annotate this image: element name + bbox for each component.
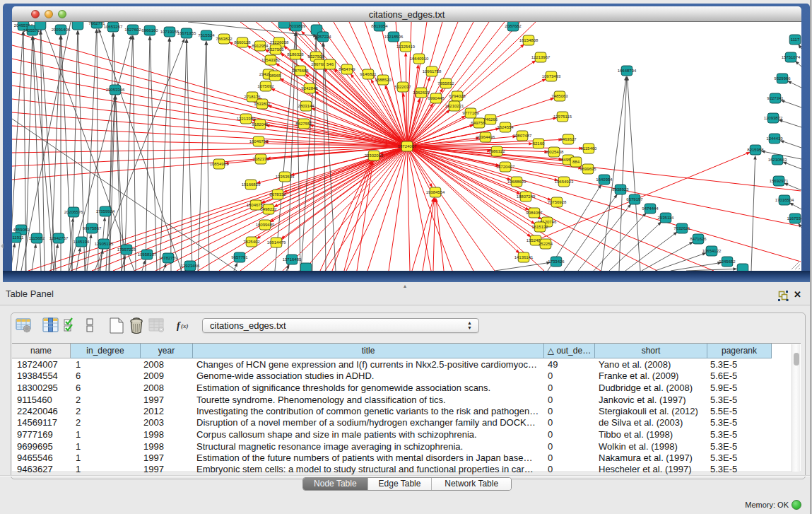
- svg-text:1588520: 1588520: [375, 78, 392, 82]
- svg-text:9182045: 9182045: [252, 122, 269, 127]
- svg-text:1362615: 1362615: [413, 90, 430, 95]
- svg-text:546: 546: [326, 62, 334, 66]
- svg-text:13353594: 13353594: [276, 175, 295, 179]
- svg-text:15692971: 15692971: [770, 179, 789, 183]
- svg-text:10854963: 10854963: [210, 162, 229, 166]
- svg-text:10973493: 10973493: [542, 74, 561, 78]
- svg-text:9327505: 9327505: [267, 47, 284, 52]
- svg-text:746266: 746266: [483, 117, 498, 122]
- svg-text:884: 884: [572, 160, 580, 164]
- svg-text:70756928: 70756928: [548, 200, 567, 204]
- svg-text:20091406: 20091406: [52, 28, 71, 32]
- svg-text:9474444: 9474444: [642, 206, 659, 211]
- svg-text:19218506: 19218506: [384, 35, 404, 39]
- svg-text:23226058: 23226058: [270, 40, 289, 45]
- svg-text:1115682: 1115682: [29, 236, 45, 240]
- svg-text:8427552: 8427552: [295, 122, 312, 126]
- svg-text:23302015: 23302015: [365, 153, 384, 158]
- svg-text:2935114: 2935114: [658, 216, 675, 220]
- svg-text:9084067: 9084067: [526, 211, 543, 215]
- svg-text:(x): (x): [181, 322, 189, 329]
- svg-text:16671355: 16671355: [177, 31, 196, 35]
- svg-text:9245652: 9245652: [719, 259, 736, 264]
- svg-text:8938923: 8938923: [612, 187, 629, 192]
- svg-text:19384554: 19384554: [426, 190, 445, 194]
- svg-text:3875685: 3875685: [292, 69, 309, 73]
- svg-text:3624554: 3624554: [497, 125, 514, 129]
- svg-text:5498222: 5498222: [260, 207, 277, 211]
- svg-text:8678332: 8678332: [269, 192, 286, 197]
- svg-text:252254: 252254: [539, 242, 553, 246]
- svg-text:9699695: 9699695: [579, 167, 596, 171]
- svg-text:15720407: 15720407: [496, 165, 515, 169]
- svg-text:1615132: 1615132: [531, 225, 548, 229]
- svg-text:7485063: 7485063: [551, 94, 568, 98]
- svg-text:9327508: 9327508: [307, 54, 324, 59]
- svg-text:9777169: 9777169: [462, 111, 479, 115]
- svg-text:98965: 98965: [269, 74, 281, 78]
- svg-text:7182371: 7182371: [252, 157, 269, 161]
- svg-text:17016504: 17016504: [775, 198, 794, 202]
- svg-text:8813054: 8813054: [371, 24, 388, 28]
- svg-text:16210221: 16210221: [445, 104, 464, 108]
- svg-text:12975115: 12975115: [553, 115, 572, 119]
- svg-text:8186328: 8186328: [287, 52, 304, 57]
- svg-text:7663822: 7663822: [216, 37, 233, 41]
- svg-text:9227341: 9227341: [767, 96, 784, 100]
- svg-text:99975867: 99975867: [83, 226, 102, 230]
- svg-text:8454749: 8454749: [339, 67, 355, 71]
- svg-text:9115460: 9115460: [581, 146, 598, 151]
- svg-text:17957225: 17957225: [117, 247, 136, 252]
- svg-text:10688609: 10688609: [507, 180, 526, 184]
- svg-text:9657791: 9657791: [231, 255, 248, 259]
- svg-text:11325419: 11325419: [396, 45, 416, 49]
- svg-text:10543382: 10543382: [261, 58, 281, 62]
- svg-text:16640910: 16640910: [410, 57, 429, 61]
- svg-text:1527602: 1527602: [124, 28, 141, 32]
- svg-text:2718176: 2718176: [244, 95, 261, 99]
- svg-text:6579197: 6579197: [626, 197, 643, 201]
- svg-text:16914479: 16914479: [267, 240, 286, 245]
- svg-text:16648794: 16648794: [618, 69, 637, 73]
- svg-text:7986322: 7986322: [488, 149, 505, 153]
- svg-text:8912954: 8912954: [252, 44, 269, 48]
- svg-text:20364436: 20364436: [476, 135, 495, 139]
- svg-text:9146821: 9146821: [360, 72, 377, 76]
- svg-text:16046758: 16046758: [249, 139, 269, 144]
- svg-text:10961758: 10961758: [423, 69, 442, 74]
- svg-text:8215958: 8215958: [747, 148, 764, 152]
- svg-text:12905135: 12905135: [95, 242, 114, 246]
- svg-text:10807487: 10807487: [513, 134, 532, 138]
- svg-text:12093872: 12093872: [764, 116, 783, 120]
- svg-text:6990448: 6990448: [428, 96, 445, 100]
- svg-text:10653267: 10653267: [104, 25, 123, 29]
- svg-text:14136141: 14136141: [514, 255, 534, 259]
- svg-text:1167534: 1167534: [787, 216, 801, 221]
- svg-text:29053346: 29053346: [106, 88, 125, 92]
- svg-text:1733426: 1733426: [548, 259, 565, 264]
- svg-text:1640954: 1640954: [596, 177, 613, 182]
- svg-text:7632621: 7632621: [673, 226, 690, 230]
- svg-text:16210643: 16210643: [768, 158, 787, 162]
- svg-text:16099489: 16099489: [256, 223, 275, 227]
- svg-text:5322037: 5322037: [394, 85, 411, 89]
- svg-text:17359924: 17359924: [96, 209, 115, 214]
- svg-text:7357224: 7357224: [314, 35, 331, 39]
- svg-text:4859061: 4859061: [13, 228, 30, 232]
- svg-text:12213967: 12213967: [531, 55, 551, 59]
- svg-text:12942757: 12942757: [49, 236, 69, 240]
- svg-text:7625402: 7625402: [243, 240, 260, 244]
- svg-text:8660128: 8660128: [234, 40, 251, 45]
- svg-text:8471626: 8471626: [690, 237, 707, 241]
- svg-text:16782759: 16782759: [159, 256, 178, 260]
- svg-text:9242848: 9242848: [301, 86, 318, 90]
- svg-text:19654923: 19654923: [555, 180, 574, 184]
- svg-text:1145194: 1145194: [73, 240, 90, 244]
- svg-text:3911911: 3911911: [12, 235, 24, 240]
- svg-text:6966160: 6966160: [141, 28, 158, 33]
- svg-text:2803144: 2803144: [298, 104, 314, 108]
- svg-text:7955812: 7955812: [437, 81, 454, 86]
- svg-text:16154808: 16154808: [519, 38, 539, 42]
- svg-text:62160: 62160: [533, 141, 545, 146]
- svg-text:2087682: 2087682: [505, 24, 522, 28]
